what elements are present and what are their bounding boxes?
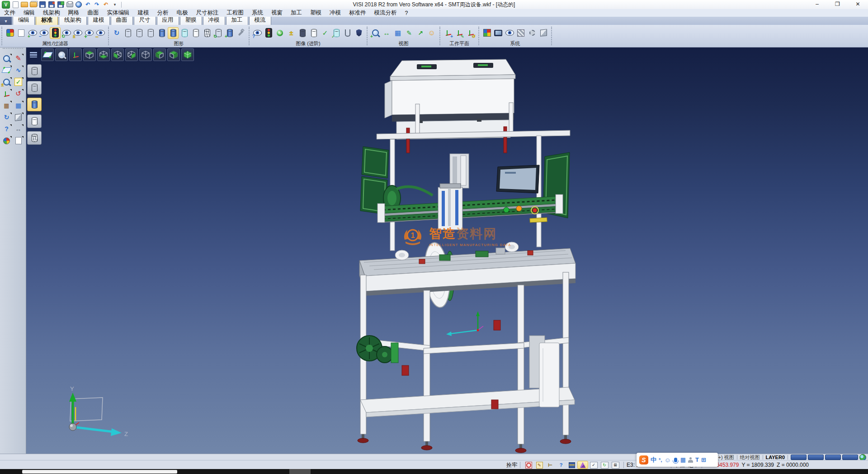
ime-account-icon[interactable] [688, 457, 693, 463]
snap-lock-label[interactable]: 拴牢 [506, 461, 517, 469]
layer-color-swatch[interactable] [842, 455, 858, 460]
hidden-line-button[interactable] [27, 81, 42, 95]
menu-item[interactable]: 曲面 [84, 9, 103, 17]
ime-toolbox-icon[interactable]: ⊞ [701, 456, 706, 463]
menu-item[interactable]: 实体编辑 [103, 9, 134, 17]
grid-toggle-icon[interactable]: ✓ [589, 461, 599, 469]
redo-icon[interactable]: ↷ [93, 1, 100, 8]
menu-item[interactable]: 建模 [134, 9, 153, 17]
save-all-icon[interactable] [57, 1, 64, 8]
ribbon-tab[interactable]: 建模 [88, 15, 110, 25]
sketch-view-icon[interactable]: ✎ [404, 28, 414, 38]
workplane-align-icon[interactable]: ↺ [466, 28, 476, 38]
view-right-cube-icon[interactable] [167, 48, 180, 61]
qat-dropdown-icon[interactable]: ▾ [111, 1, 118, 8]
show-all-icon[interactable]: + [84, 28, 94, 38]
menu-item[interactable]: 冲模 [326, 9, 345, 17]
wireframe-button[interactable] [27, 64, 42, 78]
view-left-cube-icon[interactable] [153, 48, 166, 61]
menu-item[interactable]: 编辑 [19, 9, 39, 17]
invert-visibility-icon[interactable]: ± [73, 28, 83, 38]
menu-item[interactable]: 标准件 [345, 9, 370, 17]
layer-stack-icon[interactable]: ▦ [1, 100, 12, 110]
toolbar-grip[interactable] [3, 48, 23, 52]
sogou-logo-icon[interactable]: S [639, 455, 648, 465]
solid-dark-icon[interactable] [297, 28, 307, 38]
shade-color-icon[interactable]: + [225, 28, 235, 38]
ucs-icon[interactable] [1, 89, 12, 99]
new-file-icon[interactable] [13, 1, 19, 8]
save-icon[interactable] [39, 1, 46, 8]
ime-mic-icon[interactable] [674, 458, 677, 462]
snap-grid-icon[interactable]: ⊞ [610, 461, 620, 469]
app-logo-icon[interactable]: V [2, 1, 10, 9]
ribbon-tab[interactable]: 曲面 [111, 15, 133, 25]
ucs-view-icon[interactable] [69, 48, 82, 61]
tab-overflow-button[interactable]: ▾ [0, 17, 12, 25]
hatch-shading-button[interactable] [27, 131, 42, 145]
show-entities-icon[interactable]: + [28, 28, 38, 38]
wireframe-mode-icon[interactable] [123, 28, 133, 38]
view-back-cube-icon[interactable] [125, 48, 138, 61]
shaded-mode-icon[interactable] [157, 28, 167, 38]
help-icon[interactable]: ? [1, 124, 12, 134]
refresh-visibility-icon[interactable]: ↻ [61, 28, 71, 38]
refresh-toggle-icon[interactable]: ↻ [599, 461, 609, 469]
menu-item[interactable]: 工程图 [223, 9, 248, 17]
regen-icon[interactable]: ↻ [112, 28, 122, 38]
layer-color-swatch[interactable] [791, 455, 807, 460]
view-bottom-cube-icon[interactable] [97, 48, 110, 61]
ime-keyboard-icon[interactable]: ▦ [680, 456, 686, 463]
render-settings-icon[interactable]: ↻ [213, 28, 223, 38]
layer-color-swatch[interactable] [825, 455, 841, 460]
query-icon[interactable]: ? [556, 461, 566, 469]
ribbon-tab[interactable]: 标准 [36, 15, 58, 25]
system-view-icon[interactable] [505, 28, 514, 38]
view-front-cube-icon[interactable] [111, 48, 124, 61]
view-plane-icon[interactable]: ▦ [393, 28, 403, 38]
ribbon-tab[interactable]: 塑膜 [180, 15, 202, 25]
insert-file-icon[interactable] [30, 2, 37, 7]
workplane-find-icon[interactable]: + [443, 28, 453, 38]
preview-icon[interactable] [75, 1, 82, 8]
minimize-button[interactable]: – [807, 0, 827, 9]
ime-punctuation-icon[interactable]: °, [659, 457, 662, 463]
zoom-orbit-icon[interactable] [1, 53, 12, 63]
menu-item[interactable]: 模流分析 [370, 9, 401, 17]
taskbar-app-button[interactable] [289, 469, 311, 474]
measure-icon[interactable]: ↔ [13, 124, 24, 134]
menu-item[interactable]: 电极 [173, 9, 192, 17]
pan-view-icon[interactable]: ↔ [382, 28, 392, 38]
save-as-icon[interactable] [48, 1, 55, 8]
ruler-icon[interactable]: ⊢ [545, 461, 555, 469]
system-axo-icon[interactable] [538, 28, 548, 38]
system-settings-icon[interactable] [527, 28, 537, 38]
hatch-mode-icon[interactable] [202, 28, 212, 38]
undo-icon[interactable]: ↶ [84, 1, 91, 8]
annotate-icon[interactable]: ✎ [534, 461, 544, 469]
validate-icon[interactable]: ✓ [13, 77, 24, 87]
ime-skin-icon[interactable]: T [695, 456, 699, 463]
copy-attributes-icon[interactable] [16, 28, 26, 38]
menu-item[interactable]: ? [401, 10, 412, 16]
solid-cube-icon[interactable] [13, 112, 24, 122]
flat-mode-icon[interactable] [191, 28, 201, 38]
plane-select-icon[interactable] [1, 65, 12, 75]
print-icon[interactable] [66, 2, 73, 7]
menu-item[interactable]: 加工 [287, 9, 306, 17]
refresh-view-icon[interactable]: ↻ [1, 112, 12, 122]
layer-color-swatch[interactable] [808, 455, 824, 460]
attach-icon[interactable] [343, 28, 353, 38]
view-iso-solid-cube-icon[interactable] [181, 48, 194, 61]
maximize-button[interactable]: ❐ [827, 0, 848, 9]
ribbon-tab[interactable]: 冲模 [203, 15, 225, 25]
system-checker-icon[interactable] [516, 28, 526, 38]
display-options-icon[interactable] [236, 28, 246, 38]
solid-light-icon[interactable] [309, 28, 319, 38]
view-smiley-icon[interactable]: ☺ [427, 28, 437, 38]
menu-item[interactable]: 塑模 [306, 9, 326, 17]
system-monitor-icon[interactable] [493, 28, 503, 38]
ribbon-tab[interactable]: 尺寸 [134, 15, 156, 25]
taskbar-search-box[interactable] [22, 470, 177, 474]
curve-edit-icon[interactable]: ↺ [13, 89, 24, 99]
